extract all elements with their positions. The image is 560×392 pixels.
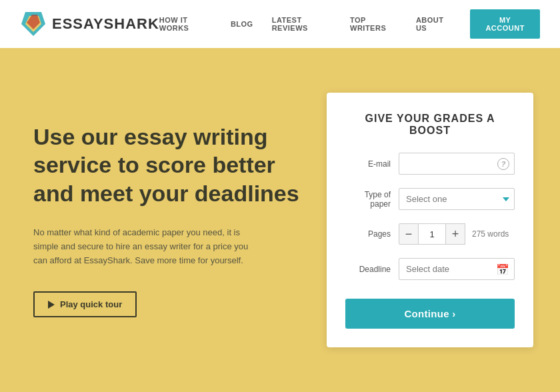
type-select-wrap: Select one Essay Research Paper Term Pap… (399, 188, 515, 210)
pages-input[interactable] (419, 223, 445, 245)
nav-about-us[interactable]: ABOUT US (416, 16, 451, 32)
logo-icon (20, 9, 47, 39)
signup-form-card: GIVE YOUR GRADES A BOOST E-mail ? Type o… (327, 93, 533, 347)
pages-plus-button[interactable]: + (445, 223, 465, 245)
pages-minus-button[interactable]: − (399, 223, 419, 245)
pages-control: − + 275 words (399, 223, 515, 245)
main-nav: HOW IT WORKS BLOG LATEST REVIEWS TOP WRI… (159, 9, 540, 39)
play-tour-label: Play quick tour (60, 299, 122, 309)
email-row: E-mail ? (345, 153, 515, 175)
nav-blog[interactable]: BLOG (231, 20, 253, 28)
continue-button[interactable]: Continue › (345, 299, 515, 329)
hero-headline: Use our essay writing service to score b… (33, 123, 300, 208)
logo: EssayShark (20, 9, 159, 39)
play-icon (48, 301, 55, 309)
date-input-wrap: 📅 (399, 258, 515, 280)
hero-body: No matter what kind of academic paper yo… (33, 226, 260, 267)
nav-top-writers[interactable]: TOP WRITERS (350, 16, 397, 32)
pages-row: Pages − + 275 words (345, 223, 515, 245)
type-of-paper-label: Type of paper (345, 190, 399, 209)
my-account-button[interactable]: MY ACCOUNT (470, 9, 540, 39)
pages-label: Pages (345, 229, 399, 239)
header: EssayShark HOW IT WORKS BLOG LATEST REVI… (0, 0, 560, 48)
play-tour-button[interactable]: Play quick tour (33, 291, 137, 317)
calendar-icon[interactable]: 📅 (496, 263, 509, 275)
logo-text: EssayShark (52, 15, 159, 33)
type-of-paper-row: Type of paper Select one Essay Research … (345, 188, 515, 210)
hero-left: Use our essay writing service to score b… (33, 123, 327, 318)
info-icon[interactable]: ? (497, 158, 509, 170)
nav-latest-reviews[interactable]: LATEST REVIEWS (272, 16, 331, 32)
words-label: 275 words (472, 229, 509, 239)
form-title: GIVE YOUR GRADES A BOOST (345, 113, 515, 137)
email-input-wrap: ? (399, 153, 515, 175)
nav-how-it-works[interactable]: HOW IT WORKS (159, 16, 212, 32)
email-label: E-mail (345, 159, 399, 169)
deadline-label: Deadline (345, 265, 399, 274)
deadline-row: Deadline 📅 (345, 258, 515, 280)
hero-section: Use our essay writing service to score b… (0, 48, 560, 392)
type-of-paper-select[interactable]: Select one Essay Research Paper Term Pap… (399, 188, 515, 210)
